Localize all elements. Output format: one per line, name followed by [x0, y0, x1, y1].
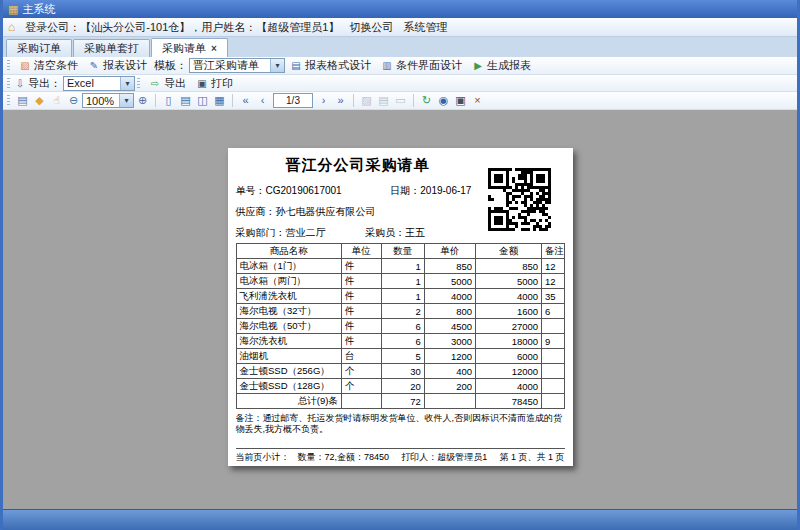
single-page-icon[interactable]: ▯	[160, 93, 177, 108]
printed-by: 打印人：超级管理员1	[401, 452, 487, 463]
refresh-icon[interactable]: ↻	[418, 93, 435, 108]
page-indicator[interactable]: 1/3	[273, 93, 313, 108]
table-row: 金士顿SSD（256G）个3040012000	[236, 364, 564, 379]
document-title: 晋江分公司采购请单	[236, 156, 480, 174]
export-icon: ⇩	[14, 78, 26, 89]
table-cell: 金士顿SSD（256G）	[236, 364, 341, 379]
report-design-button[interactable]: ✎ 报表设计	[83, 58, 152, 73]
chevron-down-icon[interactable]: ▾	[119, 94, 133, 107]
export-toolbar: ⇩ 导出： Excel ▾ ⇨ 导出 ▣ 打印	[3, 75, 797, 92]
supplier-label: 供应商：	[236, 206, 276, 217]
navigator-icon[interactable]: ◆	[31, 93, 48, 108]
two-page-icon[interactable]: ◫	[194, 93, 211, 108]
table-cell: 12	[542, 274, 564, 289]
tab-close-icon[interactable]: ×	[211, 43, 217, 54]
chevron-down-icon[interactable]: ▾	[120, 77, 134, 90]
generate-report-button[interactable]: ▶ 生成报表	[467, 58, 536, 73]
title-bar[interactable]: ▦ 主系统	[3, 0, 797, 18]
print-preview-icon[interactable]: ▣	[452, 93, 469, 108]
table-cell: 台	[341, 349, 381, 364]
page-footer: 当前页小计：数量：72,金额：78450 打印人：超级管理员1 第 1 页、共 …	[236, 448, 565, 463]
report-table-body: 电冰箱（1门）件185085012电冰箱（两门）件15000500012飞利浦洗…	[236, 259, 564, 394]
subtotal-value: 数量：72,金额：78450	[298, 452, 390, 462]
hand-tool-icon[interactable]: ☝	[48, 93, 65, 108]
dept-value: 营业二厅	[286, 227, 326, 238]
table-cell: 电冰箱（两门）	[236, 274, 341, 289]
continuous-page-icon[interactable]: ▤	[177, 93, 194, 108]
col-quantity: 数量	[381, 244, 424, 259]
last-page-icon[interactable]: »	[332, 93, 349, 108]
remark-text: 备注：通过邮寄、托运发货时请标明发货单位、收件人,否则因标识不清而造成的货物丢失…	[236, 413, 565, 435]
next-page-icon[interactable]: ›	[315, 93, 332, 108]
table-cell: 4000	[424, 289, 475, 304]
table-cell: 4500	[424, 319, 475, 334]
generate-report-label: 生成报表	[487, 58, 531, 73]
table-cell: 27000	[476, 319, 542, 334]
table-cell: 1	[381, 289, 424, 304]
toolbar-grip[interactable]	[137, 78, 140, 89]
print-button[interactable]: ▣ 打印	[191, 76, 238, 91]
multi-page-icon[interactable]: ▦	[211, 93, 228, 108]
toolbar-grip[interactable]	[7, 95, 10, 106]
total-label: 总计(9)条	[236, 394, 341, 409]
table-cell: 4000	[476, 379, 542, 394]
switch-company-link[interactable]: 切换公司	[349, 20, 393, 35]
table-cell: 金士顿SSD（128G）	[236, 379, 341, 394]
table-cell: 个	[341, 379, 381, 394]
tab-purchase-batch-print[interactable]: 采购单套打	[73, 39, 150, 57]
table-row: 电冰箱（1门）件185085012	[236, 259, 564, 274]
info-bar: ⌂ 登录公司：【汕头分公司-101仓】，用户姓名：【超级管理员1】 切换公司 系…	[3, 18, 797, 37]
report-toolbar: ▧ 清空条件 ✎ 报表设计 模板： 晋江采购请单 ▾ ▤ 报表格式设计 ▥ 条件…	[3, 57, 797, 75]
col-remark: 备注	[542, 244, 564, 259]
table-cell: 850	[476, 259, 542, 274]
page-subtotal: 当前页小计：数量：72,金额：78450	[236, 452, 390, 463]
format-design-button[interactable]: ▤ 报表格式设计	[285, 58, 376, 73]
order-no-value: CG20190617001	[266, 185, 342, 196]
generate-report-icon: ▶	[472, 60, 484, 71]
table-cell: 850	[424, 259, 475, 274]
chevron-down-icon[interactable]: ▾	[270, 59, 284, 72]
zoom-in-icon[interactable]: ⊕	[134, 93, 151, 108]
clear-icon: ▧	[19, 60, 31, 71]
col-amount: 金额	[476, 244, 542, 259]
prev-page-icon[interactable]: ‹	[254, 93, 271, 108]
table-cell: 电冰箱（1门）	[236, 259, 341, 274]
report-design-label: 报表设计	[103, 58, 147, 73]
zoom-combo[interactable]: 100%▾	[82, 93, 134, 108]
table-header-row: 商品名称 单位 数量 单价 金额 备注	[236, 244, 564, 259]
tab-purchase-order[interactable]: 采购订单	[6, 39, 72, 57]
table-cell: 1	[381, 274, 424, 289]
zoom-out-icon[interactable]: ⊖	[65, 93, 82, 108]
printer-icon: ▣	[196, 78, 208, 89]
company-icon: ⌂	[8, 20, 15, 34]
export-report-icon[interactable]: ▤	[14, 93, 31, 108]
page-info: 第 1 页、共 1 页	[499, 452, 564, 463]
table-cell	[542, 349, 564, 364]
table-cell: 30	[381, 364, 424, 379]
clear-conditions-button[interactable]: ▧ 清空条件	[14, 58, 83, 73]
margins-icon: ▭	[392, 93, 409, 108]
condition-design-label: 条件界面设计	[396, 58, 462, 73]
table-cell: 35	[542, 289, 564, 304]
table-cell: 件	[341, 334, 381, 349]
total-amount: 78450	[476, 394, 542, 409]
export-format-value: Excel	[64, 77, 120, 89]
format-design-icon: ▤	[290, 60, 302, 71]
first-page-icon[interactable]: «	[237, 93, 254, 108]
web-export-icon[interactable]: ◉	[435, 93, 452, 108]
export-format-select[interactable]: Excel ▾	[63, 76, 135, 91]
tab-purchase-request[interactable]: 采购请单 ×	[151, 38, 228, 57]
toolbar-grip[interactable]	[7, 78, 10, 89]
toolbar-grip[interactable]	[7, 60, 10, 71]
condition-design-button[interactable]: ▥ 条件界面设计	[376, 58, 467, 73]
table-cell: 5000	[424, 274, 475, 289]
system-manage-link[interactable]: 系统管理	[403, 20, 447, 35]
window-title: 主系统	[22, 2, 55, 17]
close-preview-icon[interactable]: ×	[469, 93, 486, 108]
table-cell: 18000	[476, 334, 542, 349]
preview-area[interactable]: 晋江分公司采购请单 单号：CG20190617001 日期：2019-06-17…	[3, 110, 797, 509]
export-button[interactable]: ⇨ 导出	[144, 76, 191, 91]
date-field: 日期：2019-06-17	[390, 180, 471, 201]
template-select[interactable]: 晋江采购请单 ▾	[189, 58, 285, 73]
table-cell: 件	[341, 319, 381, 334]
